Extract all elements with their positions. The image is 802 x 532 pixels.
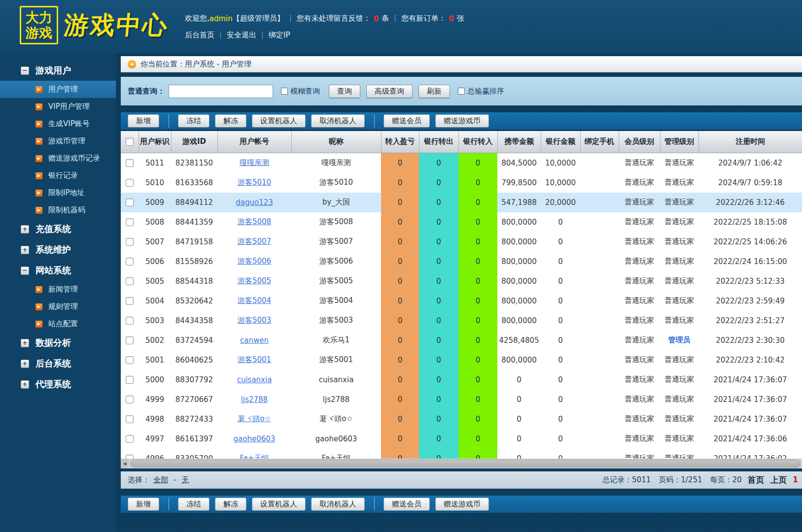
row-checkbox[interactable] [126,179,134,187]
select-none-link[interactable]: 无 [181,475,189,485]
row-checkbox[interactable] [126,376,134,384]
toolbar-button[interactable]: 解冻 [215,498,246,511]
sidebar-section[interactable]: +系统维护 [0,239,116,260]
row-checkbox[interactable] [126,159,134,167]
cell-bound-phone [580,350,619,370]
search-input[interactable] [169,85,273,98]
cell-user-id: 4999 [139,390,171,409]
cell-user-id: 5005 [139,271,171,291]
account-link[interactable]: canwen [240,336,269,345]
collapse-icon[interactable]: − [21,66,29,75]
select-all-checkbox[interactable] [126,138,134,146]
sidebar-section[interactable]: −游戏用户 [0,60,116,81]
row-checkbox[interactable] [126,317,134,325]
sidebar-item[interactable]: ▶规则管理 [0,298,116,315]
sidebar-section[interactable]: +数据分析 [0,332,116,353]
first-page-link[interactable]: 首页 [748,474,765,486]
account-link[interactable]: 荖ヾ頭o☆ [238,414,271,423]
toolbar-button[interactable]: 新增 [128,114,159,128]
collapse-icon[interactable]: − [21,266,29,275]
account-link[interactable]: cuisanxia [237,375,272,384]
row-checkbox[interactable] [126,415,134,423]
search-button[interactable]: 查询 [329,85,360,98]
sidebar-section[interactable]: +充值系统 [0,219,116,239]
row-checkbox[interactable] [126,356,134,364]
toolbar-button[interactable]: 取消机器人 [311,114,365,128]
fuzzy-search-checkbox[interactable] [281,88,288,95]
toolbar-button[interactable]: 冻结 [178,114,209,128]
toolbar-button[interactable]: 赠送游戏币 [435,114,489,128]
prev-page-link[interactable]: 上页 [770,474,787,486]
admin-level-link[interactable]: 管理员 [668,335,691,344]
scrollbar-thumb[interactable] [130,460,801,467]
row-checkbox[interactable] [126,238,134,246]
expand-icon[interactable]: + [21,360,29,368]
horizontal-scrollbar[interactable]: ◀ [121,459,802,468]
sidebar-item[interactable]: ▶生成VIP账号 [0,115,116,133]
sidebar-item[interactable]: ▶站点配置 [0,315,116,332]
cell-profit: 0 [381,252,419,271]
sidebar-item[interactable]: ▶限制机器码 [0,201,116,219]
sidebar-item[interactable]: ▶赠送游戏币记录 [0,150,116,167]
search-button[interactable]: 刷新 [418,85,450,98]
toolbar-button[interactable]: 赠送会员 [384,114,430,128]
row-checkbox[interactable] [126,455,134,459]
account-link[interactable]: daguo123 [236,198,273,207]
sidebar-item[interactable]: ▶限制IP地址 [0,184,116,201]
account-link[interactable]: 游客5005 [238,276,271,285]
expand-icon[interactable]: + [21,246,29,254]
select-all-link[interactable]: 全部 [153,475,168,485]
sidebar-section[interactable]: +后台系统 [0,353,116,374]
top-nav-link[interactable]: 安全退出 [227,31,256,40]
account-link[interactable]: 游客5007 [238,237,271,246]
account-link[interactable]: ljs2788 [241,395,268,404]
sidebar-item[interactable]: ▶游戏币管理 [0,133,116,150]
sidebar-item[interactable]: ▶用户管理 [0,81,116,98]
row-checkbox[interactable] [126,396,134,403]
row-checkbox[interactable] [126,258,134,266]
top-nav-links: 后台首页安全退出绑定IP [185,31,464,40]
toolbar-button[interactable]: 设置机器人 [252,498,306,511]
scroll-left-icon[interactable]: ◀ [121,459,129,468]
cell-account: 游客5004 [217,291,291,311]
account-link[interactable]: Fa+天恒 [240,454,269,459]
search-button[interactable]: 高级查询 [366,85,413,98]
sidebar-item[interactable]: ▶VIP用户管理 [0,98,116,115]
toolbar-button[interactable]: 冻结 [178,498,209,511]
toolbar-button[interactable]: 设置机器人 [252,114,306,128]
account-link[interactable]: 游客5004 [238,296,271,305]
account-link[interactable]: 嘎嘎亲测 [240,158,269,167]
top-nav-link[interactable]: 绑定IP [269,31,290,40]
account-link[interactable]: 游客5001 [238,355,271,364]
account-link[interactable]: 游客5003 [238,316,271,325]
row-checkbox[interactable] [126,218,134,226]
row-checkbox[interactable] [126,277,134,285]
toolbar-button[interactable]: 解冻 [215,114,246,128]
row-checkbox[interactable] [126,199,134,206]
toolbar-button[interactable]: 赠送游戏币 [435,498,489,511]
account-link[interactable]: 游客5008 [238,217,271,226]
expand-icon[interactable]: + [21,380,29,389]
toolbar-button[interactable]: 新增 [128,498,159,511]
current-page-number[interactable]: 1 [793,475,798,484]
toolbar-button[interactable]: 赠送会员 [384,498,430,511]
sidebar-section[interactable]: −网站系统 [0,260,116,281]
total-winloss-sort-checkbox[interactable] [458,88,465,95]
sidebar-item[interactable]: ▶新闻管理 [0,281,116,298]
sidebar-item[interactable]: ▶银行记录 [0,167,116,184]
account-link[interactable]: gaohe0603 [234,434,276,443]
row-checkbox[interactable] [126,336,134,344]
toolbar-button[interactable]: 取消机器人 [311,498,365,511]
cell-account: 游客5010 [217,173,291,193]
row-checkbox[interactable] [126,435,134,443]
account-link[interactable]: 游客5010 [238,178,271,187]
row-checkbox[interactable] [126,297,134,305]
expand-icon[interactable]: + [21,339,29,347]
column-header: 会员级别 [619,131,660,153]
sidebar-section[interactable]: +代理系统 [0,374,116,395]
expand-icon[interactable]: + [21,225,29,233]
account-link[interactable]: 游客5006 [238,257,271,266]
cell-bank-out: 0 [419,252,458,271]
top-nav-link[interactable]: 后台首页 [185,31,214,40]
toolbar-divider [169,115,169,128]
